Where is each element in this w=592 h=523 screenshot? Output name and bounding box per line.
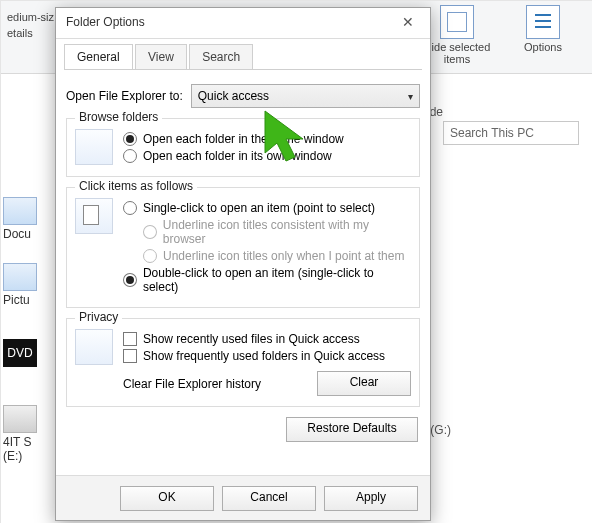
check-frequent-folders[interactable]: Show frequently used folders in Quick ac… <box>123 349 411 363</box>
radio-icon <box>123 273 137 287</box>
ribbon-fragment-left: edium-siz etails <box>1 9 61 41</box>
radio-single-click[interactable]: Single-click to open an item (point to s… <box>123 201 411 215</box>
chevron-down-icon: ▾ <box>408 91 413 102</box>
radio-icon <box>143 249 157 263</box>
close-button[interactable]: ✕ <box>390 10 426 34</box>
group-legend: Privacy <box>75 310 122 324</box>
sidebar-item-pictures[interactable]: Pictu <box>3 263 51 307</box>
apply-button[interactable]: Apply <box>324 486 418 511</box>
group-browse-folders: Browse folders Open each folder in the s… <box>66 118 420 177</box>
options-icon <box>526 5 560 39</box>
titlebar: Folder Options ✕ <box>56 8 430 39</box>
cursor-icon <box>75 198 113 234</box>
clear-history-label: Clear File Explorer history <box>123 377 261 391</box>
group-click-items: Click items as follows Single-click to o… <box>66 187 420 308</box>
open-to-value: Quick access <box>198 89 269 103</box>
clock-icon <box>75 329 113 365</box>
radio-icon <box>123 201 137 215</box>
radio-own-window[interactable]: Open each folder in its own window <box>123 149 411 163</box>
drive-icon <box>3 405 37 433</box>
radio-icon <box>123 149 137 163</box>
tab-search[interactable]: Search <box>189 44 253 69</box>
search-input[interactable]: Search This PC <box>443 121 579 145</box>
dialog-footer: OK Cancel Apply <box>56 475 430 520</box>
sidebar-item-drive-e[interactable]: 4IT S (E:) <box>3 405 51 463</box>
radio-underline-browser: Underline icon titles consistent with my… <box>143 218 411 246</box>
dialog-title: Folder Options <box>66 15 145 29</box>
radio-same-window[interactable]: Open each folder in the same window <box>123 132 411 146</box>
radio-icon <box>123 132 137 146</box>
tab-general[interactable]: General <box>64 44 133 69</box>
radio-double-click[interactable]: Double-click to open an item (single-cli… <box>123 266 411 294</box>
checkbox-icon <box>123 332 137 346</box>
clear-button[interactable]: Clear <box>317 371 411 396</box>
options-button[interactable]: Options <box>503 5 583 53</box>
open-to-combo[interactable]: Quick access ▾ <box>191 84 420 108</box>
tab-body-general: Open File Explorer to: Quick access ▾ Br… <box>64 69 422 448</box>
folder-options-dialog: Folder Options ✕ General View Search Ope… <box>55 7 431 521</box>
cancel-button[interactable]: Cancel <box>222 486 316 511</box>
group-privacy: Privacy Show recently used files in Quic… <box>66 318 420 407</box>
tab-view[interactable]: View <box>135 44 187 69</box>
radio-underline-point: Underline icon titles only when I point … <box>143 249 411 263</box>
open-to-label: Open File Explorer to: <box>66 89 183 103</box>
sidebar-item-dvd[interactable]: DVD <box>3 339 51 369</box>
checkbox-icon <box>440 5 474 39</box>
checkbox-icon <box>123 349 137 363</box>
group-legend: Click items as follows <box>75 179 197 193</box>
ok-button[interactable]: OK <box>120 486 214 511</box>
tabstrip: General View Search <box>56 39 430 69</box>
folder-icon <box>3 263 37 291</box>
check-recent-files[interactable]: Show recently used files in Quick access <box>123 332 411 346</box>
radio-icon <box>143 225 157 239</box>
screenshot-stage: edium-siz etails Hide selected items Opt… <box>0 0 592 523</box>
folder-icon <box>3 197 37 225</box>
dvd-icon: DVD <box>3 339 37 367</box>
restore-defaults-button[interactable]: Restore Defaults <box>286 417 418 442</box>
group-legend: Browse folders <box>75 110 162 124</box>
sidebar-item-documents[interactable]: Docu <box>3 197 51 241</box>
bg-text-g-drive: (G:) <box>430 423 451 437</box>
window-icon <box>75 129 113 165</box>
